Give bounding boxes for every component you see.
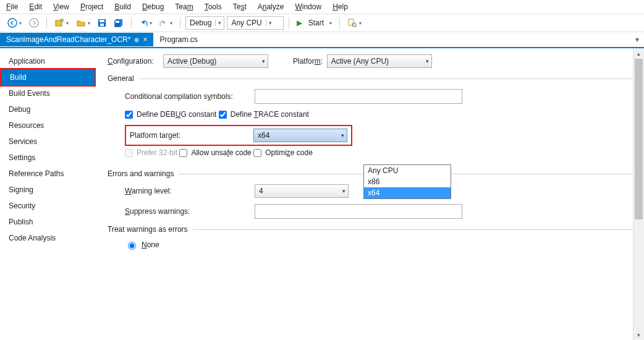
- start-debug-button[interactable]: ▶ Start ▾: [294, 17, 334, 28]
- scroll-thumb[interactable]: [635, 59, 643, 219]
- solution-config-dropdown[interactable]: Debug▾: [185, 16, 224, 30]
- treat-none-radio[interactable]: None: [125, 240, 159, 250]
- sidebar-item-settings[interactable]: Settings: [0, 150, 96, 166]
- platform-dropdown[interactable]: Active (Any CPU)▾: [327, 54, 432, 68]
- scroll-down-button[interactable]: ▾: [633, 329, 644, 340]
- svg-rect-6: [100, 23, 104, 26]
- svg-point-0: [8, 19, 17, 27]
- save-all-button[interactable]: [111, 17, 126, 28]
- redo-button[interactable]: ▾: [157, 17, 175, 28]
- svg-rect-9: [116, 21, 119, 23]
- undo-button[interactable]: ▾: [137, 17, 155, 28]
- menu-bar: FFileile Edit View Project Build Debug T…: [0, 0, 644, 14]
- treat-warnings-header: Treat warnings as errors: [108, 225, 633, 234]
- menu-tools[interactable]: Tools: [205, 2, 222, 11]
- tab-program-cs[interactable]: Program.cs: [153, 33, 203, 46]
- close-icon[interactable]: ×: [143, 35, 147, 44]
- svg-line-12: [355, 26, 357, 27]
- menu-project[interactable]: Project: [80, 2, 103, 11]
- sidebar-item-publish[interactable]: Publish: [0, 214, 96, 230]
- configuration-label: Configuration:: [108, 57, 163, 66]
- nav-back-button[interactable]: ▾: [5, 17, 24, 29]
- svg-rect-5: [100, 20, 104, 22]
- cond-symbols-input[interactable]: [255, 89, 462, 104]
- pin-icon[interactable]: ⊕: [134, 36, 139, 43]
- svg-rect-10: [349, 19, 354, 25]
- open-button[interactable]: ▾: [74, 17, 93, 29]
- platform-target-options: Any CPU x86 x64: [363, 164, 451, 199]
- tab-overflow-button[interactable]: ▾: [630, 35, 644, 44]
- define-debug-checkbox[interactable]: Define DEBUG constant: [125, 110, 216, 119]
- define-trace-checkbox[interactable]: Define TRACE constant: [219, 110, 309, 119]
- build-page: Configuration: Active (Debug)▾ Platform:…: [96, 48, 644, 340]
- cond-symbols-label: Conditional compilation symbols:: [125, 92, 255, 101]
- menu-help[interactable]: Help: [333, 2, 348, 11]
- suppress-warnings-label: Suppress warnings:: [125, 207, 255, 216]
- find-in-files-button[interactable]: ▾: [345, 17, 364, 29]
- vertical-scrollbar[interactable]: ▴ ▾: [633, 48, 644, 340]
- menu-analyze[interactable]: Analyze: [258, 2, 284, 11]
- tab-project-properties[interactable]: ScanImageAndReadCharacter_OCR* ⊕ ×: [0, 33, 153, 46]
- menu-window[interactable]: Window: [295, 2, 321, 11]
- svg-point-1: [30, 19, 38, 27]
- document-tabstrip: ScanImageAndReadCharacter_OCR* ⊕ × Progr…: [0, 32, 644, 48]
- menu-team[interactable]: Team: [175, 2, 193, 11]
- optimize-code-checkbox[interactable]: Optimize code: [253, 148, 313, 157]
- platform-target-option-anycpu[interactable]: Any CPU: [364, 165, 451, 176]
- sidebar-item-debug[interactable]: Debug: [0, 101, 96, 117]
- tab-label: Program.cs: [159, 35, 197, 44]
- menu-edit[interactable]: Edit: [29, 2, 42, 11]
- sidebar-item-build-events[interactable]: Build Events: [0, 85, 96, 101]
- platform-target-highlight: Platform target: x64▾: [125, 125, 352, 146]
- suppress-warnings-input[interactable]: [255, 204, 462, 219]
- nav-fwd-button[interactable]: [27, 17, 41, 29]
- sidebar-item-security[interactable]: Security: [0, 198, 96, 214]
- allow-unsafe-checkbox[interactable]: Allow unsafe code: [179, 148, 251, 157]
- platform-target-option-x86[interactable]: x86: [364, 176, 451, 187]
- scroll-up-button[interactable]: ▴: [633, 48, 644, 59]
- solution-platform-dropdown[interactable]: Any CPU▾: [227, 16, 284, 30]
- menu-view[interactable]: View: [53, 2, 69, 11]
- sidebar-item-signing[interactable]: Signing: [0, 182, 96, 198]
- platform-label: Platform:: [293, 57, 327, 66]
- tab-label: ScanImageAndReadCharacter_OCR*: [6, 35, 130, 44]
- sidebar-item-resources[interactable]: Resources: [0, 117, 96, 134]
- menu-build[interactable]: Build: [114, 2, 131, 11]
- save-button[interactable]: [95, 17, 109, 28]
- menu-test[interactable]: Test: [233, 2, 247, 11]
- warning-level-dropdown[interactable]: 4▾: [255, 184, 349, 198]
- svg-point-3: [60, 19, 64, 22]
- toolbar: ▾ ▾ ▾ ▾ ▾ Debug▾ Any CPU▾ ▶ Start ▾ ▾: [0, 14, 644, 32]
- new-project-button[interactable]: ▾: [52, 17, 71, 29]
- general-section-header: General: [108, 74, 633, 83]
- prefer-32bit-checkbox: Prefer 32-bit: [125, 148, 177, 157]
- sidebar-item-build[interactable]: Build: [0, 68, 96, 87]
- sidebar-item-services[interactable]: Services: [0, 134, 96, 150]
- property-page-nav: Application Build Build Events Debug Res…: [0, 48, 96, 340]
- platform-target-option-x64[interactable]: x64: [364, 187, 451, 198]
- platform-target-dropdown[interactable]: x64▾: [253, 129, 347, 142]
- sidebar-item-code-analysis[interactable]: Code Analysis: [0, 230, 96, 246]
- sidebar-item-reference-paths[interactable]: Reference Paths: [0, 166, 96, 182]
- warning-level-label: Warning level:: [125, 187, 255, 195]
- menu-debug[interactable]: Debug: [142, 2, 164, 11]
- sidebar-item-application[interactable]: Application: [0, 53, 96, 69]
- configuration-dropdown[interactable]: Active (Debug)▾: [163, 54, 268, 68]
- platform-target-label: Platform target:: [130, 131, 216, 140]
- menu-file[interactable]: FFileile: [6, 2, 18, 11]
